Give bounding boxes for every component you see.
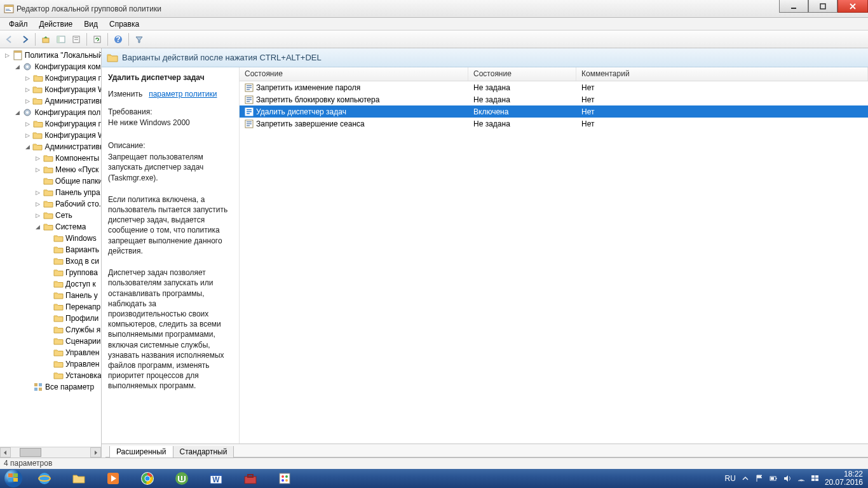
svg-rect-10: [74, 37, 78, 38]
expand-icon[interactable]: ▷: [4, 52, 11, 59]
taskbar-item-ie[interactable]: [28, 470, 61, 487]
flag-icon[interactable]: [755, 474, 764, 483]
tree-item-user_win[interactable]: ▷Конфигурация W: [1, 130, 101, 141]
taskbar-item-toolbox[interactable]: [234, 470, 267, 487]
expand-icon[interactable]: ▷: [34, 201, 41, 208]
menu-view[interactable]: Вид: [79, 19, 103, 29]
tree-item-shared_folders[interactable]: Общие папки: [1, 175, 101, 187]
expand-icon[interactable]: ▷: [34, 189, 41, 196]
tree-item-sys_services[interactable]: Службы я: [1, 324, 101, 336]
show-hide-tree-button[interactable]: [54, 32, 68, 46]
tree-item-sys_group[interactable]: Группова: [1, 267, 101, 278]
tree-hscrollbar[interactable]: [0, 447, 101, 458]
tree-item-root[interactable]: ▷Политика "Локальный: [1, 50, 101, 61]
chevron-up-icon[interactable]: [741, 474, 750, 483]
tree-item-user_admin[interactable]: ◢Административн: [1, 141, 101, 152]
tray-clock[interactable]: 18:22 20.07.2016: [825, 470, 863, 487]
list-row[interactable]: Запретить завершение сеансаНе заданаНет: [240, 118, 868, 130]
tree-item-comp_admin[interactable]: ▷Административн: [1, 95, 101, 107]
client-area: ▷Политика "Локальный◢Конфигурация комп▷К…: [0, 48, 868, 458]
tab-standard[interactable]: Стандартный: [173, 446, 234, 458]
scroll-left-button[interactable]: [0, 447, 11, 458]
collapse-icon[interactable]: ◢: [34, 224, 41, 231]
close-button[interactable]: [837, 0, 868, 13]
nav-forward-button[interactable]: [18, 32, 32, 46]
list-row[interactable]: Удалить диспетчер задачВключенаНет: [240, 105, 868, 118]
folder-icon: [53, 359, 64, 369]
expand-icon[interactable]: ▷: [24, 98, 31, 105]
tree-item-sys_panel[interactable]: Панель у: [1, 290, 101, 301]
svg-rect-59: [280, 473, 290, 484]
minimize-button[interactable]: [779, 0, 808, 13]
taskbar-item-chrome[interactable]: [131, 470, 164, 487]
taskbar-item-explorer[interactable]: [62, 470, 95, 487]
tree-item-sys_redirect[interactable]: Перенапр: [1, 301, 101, 313]
up-button[interactable]: [39, 32, 53, 46]
folder-icon: [33, 73, 43, 83]
maximize-button[interactable]: [808, 0, 837, 13]
tab-extended[interactable]: Расширенный: [109, 446, 173, 458]
folder-icon: [43, 153, 53, 163]
tree-item-comp_cfg[interactable]: ◢Конфигурация комп: [1, 61, 101, 72]
windows-icon[interactable]: [811, 474, 820, 483]
filter-button[interactable]: [132, 32, 146, 46]
folder-icon: [53, 370, 64, 381]
start-button[interactable]: [0, 469, 27, 488]
taskbar-item-paint[interactable]: [268, 470, 301, 487]
nav-back-button[interactable]: [3, 32, 17, 46]
network-icon[interactable]: [797, 474, 806, 483]
tree-item-all_params[interactable]: Все параметр: [1, 381, 101, 393]
tree-item-sys_install[interactable]: Установка: [1, 370, 101, 381]
column-header-comment[interactable]: Комментарий: [576, 67, 868, 81]
menu-action[interactable]: Действие: [34, 19, 78, 29]
list-row[interactable]: Запретить блокировку компьютераНе задана…: [240, 93, 868, 105]
tree-item-desktop[interactable]: ▷Рабочий сто.: [1, 198, 101, 210]
taskbar-item-mediaplayer[interactable]: [97, 470, 130, 487]
expand-icon[interactable]: ▷: [24, 86, 31, 93]
folder-icon: [33, 119, 43, 129]
properties-button[interactable]: [69, 32, 83, 46]
tree-item-sys_access[interactable]: Доступ к: [1, 278, 101, 290]
column-header-state2[interactable]: Состояние: [468, 67, 576, 81]
tree-item-sys_profiles[interactable]: Профили: [1, 313, 101, 324]
scroll-thumb[interactable]: [20, 448, 41, 457]
tree-item-network[interactable]: ▷Сеть: [1, 210, 101, 221]
tree-item-comp_soft[interactable]: ▷Конфигурация п: [1, 72, 101, 84]
refresh-button[interactable]: [90, 32, 104, 46]
tree-item-sys_mgmt2[interactable]: Управлен: [1, 358, 101, 370]
expand-icon[interactable]: ▷: [24, 132, 31, 139]
expand-icon[interactable]: ▷: [24, 121, 31, 128]
tray-language[interactable]: RU: [725, 474, 736, 483]
tree-item-user_soft[interactable]: ▷Конфигурация п: [1, 118, 101, 130]
tree-item-sys_login[interactable]: Вход в си: [1, 255, 101, 267]
tree-item-sys_variants[interactable]: Варианть: [1, 244, 101, 255]
taskbar-item-word[interactable]: W: [200, 470, 233, 487]
tree-item-components[interactable]: ▷Компоненты: [1, 152, 101, 164]
expand-icon[interactable]: ▷: [34, 212, 41, 219]
help-button[interactable]: ?: [111, 32, 125, 46]
tree-item-comp_win[interactable]: ▷Конфигурация W: [1, 84, 101, 95]
volume-icon[interactable]: [783, 474, 792, 483]
tree-item-control_panel[interactable]: ▷Панель упра: [1, 187, 101, 198]
edit-policy-link[interactable]: параметр политики: [149, 90, 217, 98]
collapse-icon[interactable]: ◢: [24, 144, 31, 151]
scroll-track[interactable]: [11, 447, 90, 458]
tree-item-startmenu[interactable]: ▷Меню «Пуск: [1, 164, 101, 175]
column-header-state1[interactable]: Состояние: [240, 67, 468, 81]
menu-file[interactable]: Файл: [4, 19, 33, 29]
collapse-icon[interactable]: ◢: [14, 109, 20, 116]
tree-item-sys_windows[interactable]: Windows: [1, 233, 101, 244]
taskbar-item-utorrent[interactable]: [165, 470, 198, 487]
tree-item-user_cfg[interactable]: ◢Конфигурация поль: [1, 107, 101, 118]
tree-item-sys_mgmt1[interactable]: Управлен: [1, 347, 101, 358]
tree-item-system[interactable]: ◢Система: [1, 221, 101, 233]
expand-icon[interactable]: ▷: [34, 166, 41, 173]
collapse-icon[interactable]: ◢: [14, 64, 20, 71]
battery-icon[interactable]: [769, 474, 778, 483]
expand-icon[interactable]: ▷: [24, 75, 31, 82]
scroll-right-button[interactable]: [90, 447, 101, 458]
menu-help[interactable]: Справка: [104, 19, 144, 29]
list-row[interactable]: Запретить изменение пароляНе заданаНет: [240, 81, 868, 93]
tree-item-sys_scripts[interactable]: Сценарии: [1, 336, 101, 347]
expand-icon[interactable]: ▷: [34, 155, 41, 162]
